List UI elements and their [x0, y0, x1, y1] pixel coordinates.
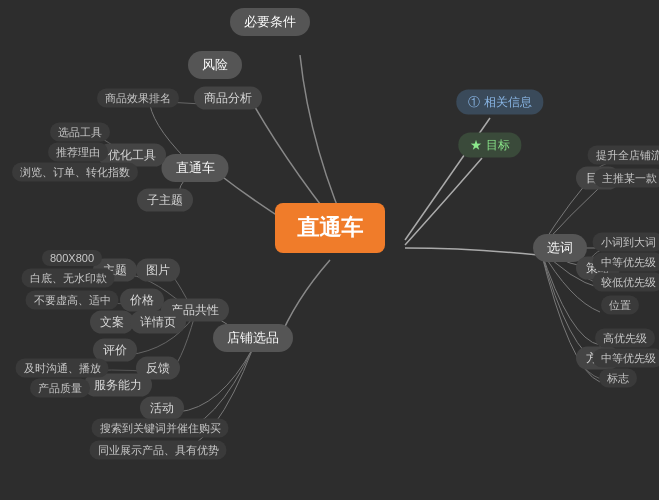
node-xuanci: 选词	[533, 234, 587, 262]
node-jiaodi: 较低优先级	[593, 273, 660, 292]
node-sousuo: 搜索到关键词并催住购买	[92, 419, 229, 438]
node-weizhi: 位置	[601, 296, 639, 315]
node-biaoqian: 标志	[599, 369, 637, 388]
node-gaoyou: 高优先级	[595, 329, 655, 348]
node-zhongdeng: 中等优先级	[593, 253, 660, 272]
node-tongye: 同业展示产品、具有优势	[90, 441, 227, 460]
node-bijiao: 必要条件	[230, 8, 310, 36]
node-huodong: 活动	[140, 397, 184, 420]
node-tisheng: 提升全店铺流量	[588, 146, 660, 165]
node-jiage: 价格	[120, 289, 164, 312]
node-liulan: 浏览、订单、转化指数	[12, 163, 138, 182]
node-mubiao: ★ 目标	[458, 133, 521, 158]
node-xqye: 详情页	[130, 311, 186, 334]
node-zhongdeng2: 中等优先级	[593, 349, 660, 368]
node-tuijian2: 推荐理由	[48, 143, 108, 162]
node-xuanpin: 选品工具	[50, 123, 110, 142]
node-wennao: 文案	[90, 311, 134, 334]
node-tupian: 图片	[136, 259, 180, 282]
node-shangpin-fx: 商品分析	[194, 87, 262, 110]
node-jishi: 及时沟通、播放	[16, 359, 109, 378]
node-xiangguan: ① 相关信息	[456, 90, 543, 115]
node-shangpin-pm: 商品效果排名	[97, 89, 179, 108]
node-xiaodiao: 小词到大词	[593, 233, 660, 252]
node-ziti: 子主题	[137, 189, 193, 212]
node-fengxian: 风险	[188, 51, 242, 79]
center-node: 直通车	[275, 203, 385, 253]
mind-map: 直通车 必要条件 风险 ① 相关信息 ★ 目标 选词 目的 策略 方式 提升全店…	[0, 0, 659, 500]
node-size: 800X800	[42, 250, 102, 266]
node-buyao: 不要虚高、适中	[26, 291, 119, 310]
node-shoppin: 店铺选品	[213, 324, 293, 352]
node-tuijian: 主推某一款	[594, 169, 660, 188]
node-zhitongche-l1: 直通车	[162, 154, 229, 182]
node-baise: 白底、无水印款	[22, 269, 115, 288]
node-chanpin-zl: 产品质量	[30, 379, 90, 398]
